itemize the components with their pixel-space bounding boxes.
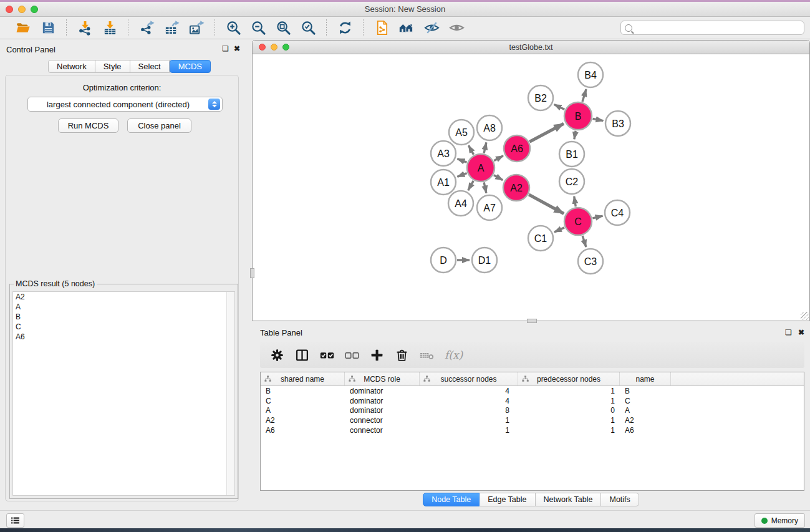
delete-row-button[interactable]	[395, 348, 409, 362]
table-float-panel-icon[interactable]: ❏	[785, 329, 792, 336]
edge-A-A5	[468, 145, 473, 155]
node-A2[interactable]: A2	[503, 175, 529, 201]
node-A6[interactable]: A6	[504, 135, 530, 162]
task-history-button[interactable]	[6, 513, 24, 528]
column-header-predecessor-nodes[interactable]: predecessor nodes	[518, 372, 620, 385]
gear-button[interactable]	[270, 348, 284, 362]
table-row[interactable]: Bdominator41B	[261, 386, 804, 396]
node-D1[interactable]: D1	[472, 248, 497, 273]
node-A5[interactable]: A5	[449, 120, 474, 145]
svg-text:C3: C3	[584, 256, 597, 267]
tab-mcds[interactable]: MCDS	[170, 60, 211, 73]
optimization-criterion-label: Optimization criterion:	[6, 83, 238, 92]
tab-edge-table[interactable]: Edge Table	[480, 493, 535, 506]
search-input[interactable]	[635, 24, 800, 32]
bottom-splitter-handle[interactable]	[527, 319, 537, 323]
node-C2[interactable]: C2	[559, 169, 584, 194]
deselect-all-button[interactable]	[345, 348, 359, 362]
import-table-button[interactable]	[100, 19, 119, 37]
mcds-result-item: A6	[13, 332, 234, 342]
node-A4[interactable]: A4	[448, 191, 473, 216]
table-row[interactable]: A2connector11A2	[261, 415, 804, 425]
refresh-button[interactable]	[335, 19, 354, 37]
cell: A6	[620, 426, 671, 435]
node-C[interactable]: C	[564, 208, 592, 235]
tab-motifs[interactable]: Motifs	[601, 493, 639, 506]
table-row[interactable]: Adominator80A	[261, 406, 804, 416]
close-panel-button[interactable]: Close panel	[127, 118, 191, 133]
node-A1[interactable]: A1	[431, 170, 456, 195]
tab-network[interactable]: Network	[48, 60, 95, 73]
export-table-button[interactable]	[162, 19, 181, 37]
zoom-selected-button[interactable]	[299, 19, 317, 37]
node-B2[interactable]: B2	[528, 85, 553, 110]
node-A[interactable]: A	[467, 154, 494, 181]
node-C1[interactable]: C1	[528, 226, 553, 251]
column-header-name[interactable]: name	[620, 372, 671, 385]
node-C4[interactable]: C4	[605, 200, 630, 225]
cell: A6	[261, 426, 345, 435]
tab-select[interactable]: Select	[130, 60, 170, 73]
export-image-button[interactable]	[187, 19, 206, 37]
node-B1[interactable]: B1	[559, 142, 584, 167]
mcds-result-list[interactable]: A2ABCA6	[12, 291, 235, 496]
resize-grip-icon[interactable]	[801, 312, 809, 320]
hide-button[interactable]	[422, 19, 441, 37]
search-box	[620, 21, 804, 35]
open-file-button[interactable]	[14, 19, 32, 37]
cell: 8	[420, 406, 518, 415]
column-header-MCDS-role[interactable]: MCDS role	[345, 372, 420, 385]
table-close-panel-icon[interactable]: ✖	[798, 329, 804, 336]
tab-style[interactable]: Style	[95, 60, 130, 73]
add-row-button[interactable]	[370, 348, 384, 362]
zoom-in-icon	[226, 20, 241, 36]
show-button[interactable]	[447, 19, 466, 37]
zoom-fit-button[interactable]	[274, 19, 292, 37]
node-A7[interactable]: A7	[477, 195, 502, 220]
memory-label: Memory	[771, 516, 798, 525]
select-all-button[interactable]	[320, 348, 334, 362]
refresh-icon	[337, 20, 353, 36]
network-window-titlebar[interactable]: testGlobe.txt	[253, 41, 809, 54]
columns-button[interactable]	[295, 348, 309, 362]
node-B3[interactable]: B3	[605, 111, 630, 136]
optimization-criterion-select[interactable]: largest connected component (directed)	[27, 97, 223, 112]
zoom-in-button[interactable]	[224, 19, 243, 37]
tab-network-table[interactable]: Network Table	[536, 493, 602, 506]
network-canvas[interactable]: B4B2BB3A8A5A6A3B1AA1C2A2A4A7C4CC1DD1C3	[253, 55, 809, 321]
import-network-button[interactable]	[75, 19, 94, 37]
save-session-button[interactable]	[39, 19, 57, 37]
network-document-button[interactable]	[372, 19, 391, 37]
table-row[interactable]: A6connector11A6	[261, 425, 804, 435]
left-splitter-handle[interactable]	[250, 268, 254, 278]
memory-button[interactable]: Memory	[755, 513, 805, 528]
close-panel-icon[interactable]: ✖	[234, 45, 240, 52]
cell: A	[620, 406, 671, 415]
tab-node-table[interactable]: Node Table	[423, 493, 480, 506]
node-C3[interactable]: C3	[578, 249, 603, 274]
node-A8[interactable]: A8	[477, 115, 502, 140]
node-D[interactable]: D	[431, 248, 456, 273]
svg-text:A4: A4	[455, 198, 467, 209]
result-scrollbar[interactable]	[226, 292, 234, 495]
node-B[interactable]: B	[564, 102, 592, 130]
network-window-title: testGlobe.txt	[253, 43, 809, 52]
run-mcds-button[interactable]: Run MCDS	[58, 118, 118, 133]
zoom-out-button[interactable]	[249, 19, 268, 37]
svg-text:C4: C4	[611, 208, 624, 218]
mcds-panel: Optimization criterion: largest connecte…	[5, 75, 239, 501]
cell: 1	[420, 426, 518, 435]
column-header-successor-nodes[interactable]: successor nodes	[420, 372, 518, 385]
float-panel-icon[interactable]: ❏	[222, 45, 229, 52]
edge-A-A3	[457, 159, 466, 163]
svg-text:A3: A3	[437, 148, 450, 159]
column-header-shared-name[interactable]: shared name	[261, 372, 345, 385]
export-network-button[interactable]	[137, 19, 156, 37]
node-B4[interactable]: B4	[578, 62, 603, 87]
home-button[interactable]	[397, 19, 416, 37]
edge-B-B3	[593, 118, 604, 120]
table-row[interactable]: Cdominator41C	[261, 396, 804, 406]
node-A3[interactable]: A3	[431, 141, 456, 166]
cell: A2	[620, 416, 671, 425]
edge-A-A8	[484, 142, 486, 153]
